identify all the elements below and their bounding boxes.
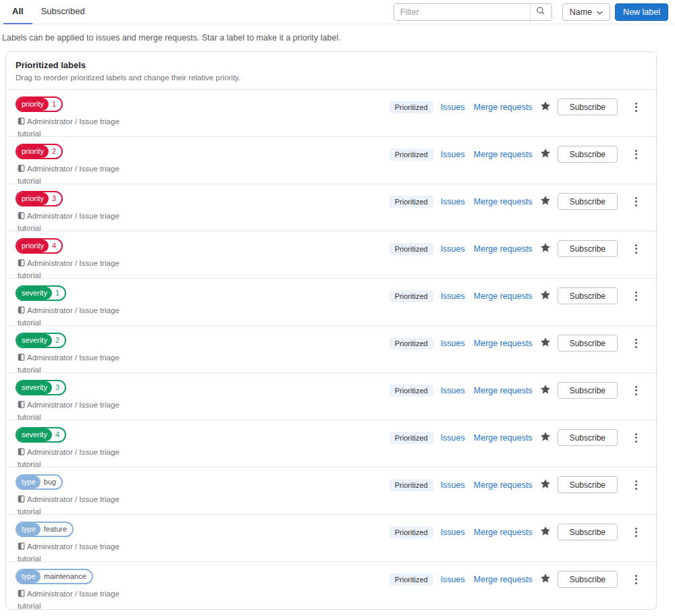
- issues-link[interactable]: Issues: [441, 433, 465, 443]
- merge-requests-link[interactable]: Merge requests: [474, 103, 533, 112]
- more-actions-button[interactable]: [630, 100, 641, 115]
- prioritized-badge: Prioritized: [389, 432, 433, 444]
- issues-link[interactable]: Issues: [441, 197, 465, 206]
- scoped-label[interactable]: severity 3: [16, 380, 66, 395]
- issues-link[interactable]: Issues: [441, 575, 465, 584]
- project-link[interactable]: Administrator / Issue triage tutorial: [18, 163, 131, 186]
- issues-link[interactable]: Issues: [441, 386, 465, 395]
- subscribe-button[interactable]: Subscribe: [558, 382, 618, 399]
- scoped-label[interactable]: severity 4: [16, 427, 66, 443]
- merge-requests-link[interactable]: Merge requests: [474, 386, 533, 395]
- merge-requests-link[interactable]: Merge requests: [474, 197, 533, 206]
- project-link[interactable]: Administrator / Issue triage tutorial: [18, 494, 131, 517]
- project-link[interactable]: Administrator / Issue triage tutorial: [18, 305, 131, 328]
- scoped-label[interactable]: type feature: [16, 522, 74, 537]
- sort-dropdown[interactable]: Name: [562, 3, 610, 21]
- project-icon: [18, 306, 25, 317]
- more-actions-button[interactable]: [630, 478, 641, 493]
- new-label-button[interactable]: New label: [615, 3, 668, 21]
- more-actions-button[interactable]: [630, 525, 641, 540]
- more-actions-button[interactable]: [630, 194, 641, 209]
- subscribe-button[interactable]: Subscribe: [558, 240, 618, 257]
- scoped-label[interactable]: type bug: [16, 474, 63, 490]
- subscribe-button[interactable]: Subscribe: [558, 335, 618, 352]
- label-info: priority 2 Administrator / Issue triage …: [16, 144, 389, 186]
- project-icon: [18, 353, 25, 364]
- issues-link[interactable]: Issues: [441, 150, 465, 159]
- subscribe-button[interactable]: Subscribe: [558, 193, 618, 210]
- more-actions-button[interactable]: [630, 383, 641, 398]
- star-filled-icon: [540, 242, 551, 256]
- subscribe-button[interactable]: Subscribe: [558, 571, 618, 588]
- unprioritize-star-button[interactable]: [539, 526, 551, 538]
- project-icon: [18, 258, 25, 270]
- issues-link[interactable]: Issues: [441, 244, 465, 254]
- label-row: priority 3 Administrator / Issue triage …: [6, 184, 656, 231]
- prioritized-badge: Prioritized: [389, 101, 433, 113]
- project-link[interactable]: Administrator / Issue triage tutorial: [18, 116, 131, 139]
- more-actions-button[interactable]: [630, 430, 641, 445]
- subscribe-button[interactable]: Subscribe: [558, 476, 618, 493]
- project-link[interactable]: Administrator / Issue triage tutorial: [18, 541, 131, 564]
- scoped-label[interactable]: type maintenance: [16, 569, 93, 584]
- issues-link[interactable]: Issues: [441, 103, 465, 112]
- merge-requests-link[interactable]: Merge requests: [474, 433, 533, 443]
- unprioritize-star-button[interactable]: [539, 243, 551, 255]
- subscribe-button[interactable]: Subscribe: [558, 146, 618, 163]
- tab-subscribed[interactable]: Subscribed: [32, 0, 94, 24]
- label-row: type bug Administrator / Issue triage tu…: [6, 468, 656, 515]
- merge-requests-link[interactable]: Merge requests: [474, 480, 533, 490]
- subscribe-button[interactable]: Subscribe: [558, 99, 618, 115]
- more-actions-button[interactable]: [630, 336, 641, 351]
- subscribe-button[interactable]: Subscribe: [558, 429, 618, 446]
- star-filled-icon: [540, 526, 551, 539]
- merge-requests-link[interactable]: Merge requests: [474, 291, 533, 301]
- label-actions: Prioritized Issues Merge requests Subscr…: [389, 99, 641, 115]
- prioritized-badge: Prioritized: [389, 385, 433, 397]
- unprioritize-star-button[interactable]: [539, 573, 551, 586]
- merge-requests-link[interactable]: Merge requests: [474, 150, 533, 159]
- project-link[interactable]: Administrator / Issue triage tutorial: [18, 447, 131, 470]
- merge-requests-link[interactable]: Merge requests: [474, 528, 533, 537]
- issues-link[interactable]: Issues: [441, 528, 465, 537]
- more-actions-button[interactable]: [630, 242, 641, 256]
- subscribe-button[interactable]: Subscribe: [558, 524, 618, 540]
- unprioritize-star-button[interactable]: [539, 385, 551, 397]
- issues-link[interactable]: Issues: [441, 291, 465, 301]
- more-actions-button[interactable]: [630, 572, 641, 587]
- more-actions-button[interactable]: [630, 147, 641, 162]
- project-link[interactable]: Administrator / Issue triage tutorial: [18, 352, 131, 375]
- sort-dropdown-label: Name: [570, 7, 592, 17]
- unprioritize-star-button[interactable]: [539, 290, 551, 302]
- project-link[interactable]: Administrator / Issue triage tutorial: [18, 211, 131, 233]
- scoped-label[interactable]: priority 4: [16, 238, 63, 254]
- search-button[interactable]: [530, 4, 551, 20]
- label-value: feature: [40, 523, 72, 536]
- unprioritize-star-button[interactable]: [539, 196, 551, 208]
- project-link[interactable]: Administrator / Issue triage tutorial: [18, 258, 131, 281]
- scoped-label[interactable]: priority 1: [16, 96, 63, 112]
- merge-requests-link[interactable]: Merge requests: [474, 244, 533, 254]
- filter-input[interactable]: [394, 4, 530, 20]
- merge-requests-link[interactable]: Merge requests: [474, 575, 533, 584]
- unprioritize-star-button[interactable]: [539, 432, 551, 444]
- project-link[interactable]: Administrator / Issue triage tutorial: [18, 399, 131, 422]
- unprioritize-star-button[interactable]: [539, 337, 551, 349]
- issues-link[interactable]: Issues: [441, 480, 465, 490]
- scoped-label[interactable]: priority 2: [16, 144, 63, 159]
- more-actions-button[interactable]: [630, 289, 641, 304]
- label-scope: type: [17, 523, 40, 536]
- unprioritize-star-button[interactable]: [539, 479, 551, 491]
- unprioritize-star-button[interactable]: [539, 101, 551, 113]
- tab-all[interactable]: All: [3, 0, 32, 24]
- subscribe-button[interactable]: Subscribe: [558, 287, 618, 304]
- vertical-ellipsis-icon: [635, 386, 637, 388]
- merge-requests-link[interactable]: Merge requests: [474, 339, 533, 348]
- unprioritize-star-button[interactable]: [539, 148, 551, 161]
- label-value: 3: [52, 381, 65, 394]
- scoped-label[interactable]: priority 3: [16, 191, 63, 206]
- scoped-label[interactable]: severity 1: [16, 285, 66, 301]
- scoped-label[interactable]: severity 2: [16, 333, 66, 348]
- project-link[interactable]: Administrator / Issue triage tutorial: [18, 588, 131, 610]
- issues-link[interactable]: Issues: [441, 339, 465, 348]
